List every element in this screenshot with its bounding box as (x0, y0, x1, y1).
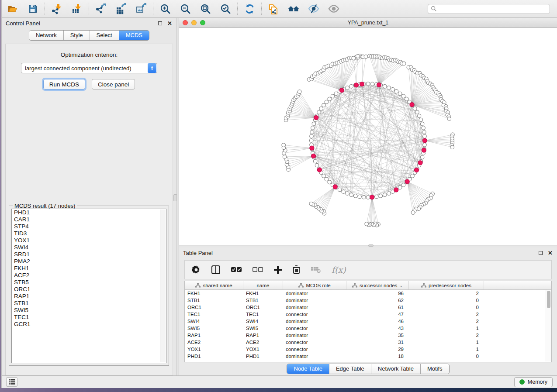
clear-selection-button[interactable] (253, 267, 263, 273)
leaf-node[interactable] (298, 90, 301, 94)
network-node[interactable] (422, 126, 426, 130)
network-node[interactable] (423, 134, 427, 138)
run-mcds-button[interactable]: Run MCDS (43, 79, 85, 89)
network-node[interactable] (401, 94, 405, 98)
leaf-node[interactable] (352, 56, 356, 60)
mcds-node-item[interactable]: CAR1 (12, 216, 166, 223)
mcds-hub-node[interactable] (394, 188, 398, 192)
float-panel-icon[interactable] (538, 250, 543, 256)
network-node[interactable] (328, 180, 332, 184)
mcds-hub-node[interactable] (314, 116, 318, 120)
zoom-fit-button[interactable] (200, 3, 211, 14)
tab-mcds[interactable]: MCDS (119, 31, 149, 40)
show-columns-button[interactable] (211, 265, 220, 274)
network-node[interactable] (325, 177, 329, 181)
network-node[interactable] (422, 130, 426, 134)
mcds-node-item[interactable]: RAP1 (12, 293, 166, 300)
mcds-hub-node[interactable] (360, 82, 364, 86)
mcds-hub-node[interactable] (422, 148, 426, 152)
network-node[interactable] (322, 174, 326, 178)
network-node[interactable] (366, 82, 370, 86)
close-panel-button[interactable]: Close panel (92, 79, 135, 89)
apply-layout-button[interactable] (244, 3, 255, 14)
window-maximize-button[interactable] (200, 20, 205, 25)
network-node[interactable] (310, 134, 314, 138)
network-node[interactable] (319, 107, 323, 110)
open-file-button[interactable] (7, 3, 18, 14)
leaf-node[interactable] (447, 117, 451, 121)
mcds-hub-node[interactable] (339, 88, 344, 93)
column-header-shared-name[interactable]: shared name (185, 281, 243, 289)
new-network-from-selection-button[interactable] (268, 3, 279, 14)
table-row[interactable]: PHD1PHD1dominator180 (185, 353, 546, 360)
network-node[interactable] (328, 97, 332, 101)
leaf-node[interactable] (356, 55, 360, 58)
network-node[interactable] (366, 196, 370, 199)
network-graph[interactable] (179, 28, 557, 245)
network-node[interactable] (313, 159, 317, 163)
network-canvas[interactable] (179, 28, 557, 245)
window-minimize-button[interactable] (191, 20, 197, 25)
mcds-hub-node[interactable] (418, 161, 422, 165)
network-node[interactable] (398, 186, 402, 189)
export-image-button[interactable] (135, 3, 147, 14)
mcds-node-item[interactable]: PHD1 (12, 209, 166, 216)
column-header-name[interactable]: name (243, 281, 283, 289)
search-input[interactable] (437, 6, 547, 12)
network-node[interactable] (387, 192, 391, 196)
network-node[interactable] (342, 190, 346, 194)
mcds-node-item[interactable]: SWI4 (12, 244, 166, 251)
mcds-hub-node[interactable] (311, 154, 316, 158)
leaf-node[interactable] (364, 55, 368, 59)
mcds-hub-node[interactable] (410, 103, 414, 107)
select-all-rows-button[interactable] (231, 267, 242, 273)
table-row[interactable]: STB1STB1dominator620 (185, 297, 546, 304)
network-node[interactable] (420, 155, 424, 159)
mcds-node-item[interactable]: PMA2 (12, 258, 166, 265)
mcds-hub-node[interactable] (414, 168, 419, 172)
column-header-MCDS-role[interactable]: MCDS role (283, 281, 346, 289)
mcds-result-list[interactable]: PHD1CAR1STP4TID3YOX1SWI4SRD1PMA2FKH1ACE2… (11, 209, 166, 363)
tab-style[interactable]: Style (63, 31, 90, 40)
tab-motifs[interactable]: Motifs (420, 364, 449, 374)
mcds-node-item[interactable]: SRD1 (12, 251, 166, 258)
column-header-predecessor-nodes[interactable]: predecessor nodes (409, 281, 484, 289)
mcds-hub-node[interactable] (354, 83, 359, 87)
network-node[interactable] (310, 130, 314, 134)
network-node[interactable] (312, 122, 316, 126)
network-node[interactable] (387, 86, 391, 90)
mcds-node-item[interactable]: GCR1 (12, 321, 166, 328)
export-table-button[interactable] (115, 3, 127, 14)
add-column-button[interactable] (274, 266, 282, 274)
double-home-button[interactable] (288, 3, 299, 14)
network-node[interactable] (419, 118, 423, 122)
leaf-node[interactable] (309, 202, 313, 206)
network-node[interactable] (353, 194, 357, 198)
network-node[interactable] (398, 92, 402, 96)
network-node[interactable] (315, 163, 319, 167)
network-node[interactable] (423, 143, 427, 147)
import-network-button[interactable] (51, 3, 62, 14)
table-row[interactable]: SWI4SWI4dominator462 (185, 318, 546, 325)
network-node[interactable] (325, 100, 329, 104)
network-node[interactable] (391, 88, 395, 92)
leaf-node[interactable] (411, 211, 415, 215)
network-node[interactable] (334, 92, 338, 96)
sort-menu-icon[interactable]: ⌄ (399, 283, 403, 288)
mcds-node-item[interactable]: ACE2 (12, 272, 166, 279)
hide-selected-button[interactable] (308, 3, 319, 14)
network-node[interactable] (375, 195, 379, 199)
splitter-grip[interactable] (173, 194, 177, 201)
import-table-button[interactable] (71, 3, 83, 14)
show-hidden-button[interactable] (328, 3, 339, 14)
mcds-hub-node[interactable] (310, 146, 314, 150)
criterion-select[interactable]: largest connected component (undirected)… (21, 63, 157, 73)
leaf-node[interactable] (450, 145, 454, 149)
network-node[interactable] (317, 110, 321, 114)
network-node[interactable] (322, 103, 326, 107)
result-scrollbar[interactable] (160, 210, 166, 362)
network-node[interactable] (331, 94, 335, 98)
mcds-node-item[interactable]: STB5 (12, 279, 166, 286)
leaf-node[interactable] (282, 143, 286, 147)
table-row[interactable]: RAP1RAP1dominator352 (185, 332, 546, 339)
